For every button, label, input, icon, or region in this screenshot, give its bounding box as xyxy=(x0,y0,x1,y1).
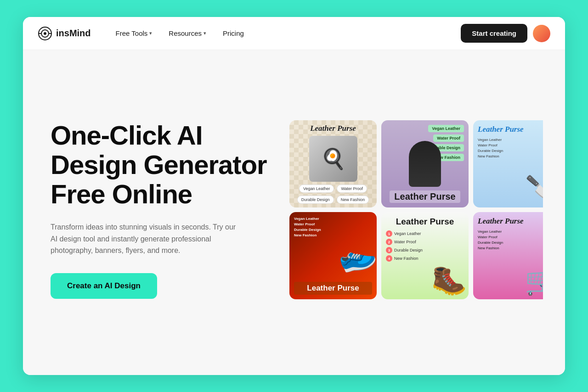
card-4-tag-2: Water Proof xyxy=(294,222,372,226)
list-num-3: 3 xyxy=(386,247,392,253)
shoe-image: 👟 xyxy=(332,232,377,279)
hero-title: One-Click AI Design Generator Free Onlin… xyxy=(51,121,271,208)
card-4-title: Leather Purse xyxy=(294,282,372,295)
product-card-1[interactable]: Leather Purse 🍳 Vegan Leather Water Proo… xyxy=(289,120,377,207)
logo-icon xyxy=(38,26,52,41)
product-card-3[interactable]: Leather Purse Vegan Leather Water Proof … xyxy=(473,120,543,207)
card-2-bottom: Leather Purse xyxy=(381,141,469,203)
card-3-tag-3: Durable Design xyxy=(478,149,543,153)
logo-area[interactable]: insMind xyxy=(38,26,91,41)
svg-point-2 xyxy=(44,32,46,35)
nav-pricing[interactable]: Pricing xyxy=(216,26,250,41)
card-6-tag-1: Vegan Leather xyxy=(478,230,543,234)
tag-durable: Durable Design xyxy=(297,196,334,204)
nav-resources-label: Resources xyxy=(169,29,202,37)
product-card-4[interactable]: Vegan Leather Water Proof Durable Design… xyxy=(289,212,377,299)
list-num-4: 4 xyxy=(386,255,392,262)
tag-vegan: Vegan Leather xyxy=(299,185,334,193)
card-1-tags: Vegan Leather Water Proof xyxy=(299,185,367,193)
card-6-tag-4: New Fashion xyxy=(478,246,543,250)
list-num-1: 1 xyxy=(386,230,392,237)
card-5-item-1: 1 Vegan Leather xyxy=(386,230,464,237)
main-content: One-Click AI Design Generator Free Onlin… xyxy=(23,50,565,375)
product-grid: Leather Purse 🍳 Vegan Leather Water Proo… xyxy=(289,120,543,299)
card-5-title: Leather Purse xyxy=(386,217,464,227)
list-num-2: 2 xyxy=(386,239,392,245)
card-6-tags: Vegan Leather Water Proof Durable Design… xyxy=(478,230,543,250)
card-6-tag-2: Water Proof xyxy=(478,235,543,239)
product-card-2[interactable]: Vegan Leather Water Proof Durable Design… xyxy=(381,120,469,207)
chevron-down-icon: ▾ xyxy=(204,30,206,36)
logo-text: insMind xyxy=(56,28,91,39)
card-4-tag-1: Vegan Leather xyxy=(294,217,372,221)
card-6-title: Leather Purse xyxy=(478,217,543,226)
nav-pricing-label: Pricing xyxy=(223,29,244,37)
card-5-item-4: 4 New Fashion xyxy=(386,255,464,262)
card-2-title: Leather Purse xyxy=(390,190,460,203)
chevron-down-icon: ▾ xyxy=(149,30,152,36)
card-3-tag-1: Vegan Leather xyxy=(478,138,543,142)
nav-right: Start creating xyxy=(461,24,550,43)
tag-fashion: New Fashion xyxy=(337,196,369,204)
card-3-tag-4: New Fashion xyxy=(478,154,543,158)
nav-resources[interactable]: Resources ▾ xyxy=(162,26,213,41)
avatar[interactable] xyxy=(533,25,550,42)
mixer-image: 🍳 xyxy=(309,136,357,182)
tag-green-1: Vegan Leather xyxy=(428,125,464,132)
card-6-tag-3: Durable Design xyxy=(478,241,543,245)
card-3-title: Leather Purse xyxy=(478,125,543,134)
knife-block-image: 🔪 xyxy=(525,174,543,204)
nav-links: Free Tools ▾ Resources ▾ Pricing xyxy=(109,26,461,41)
product-card-6[interactable]: Leather Purse Vegan Leather Water Proof … xyxy=(473,212,543,299)
hero-subtitle: Transform ideas into stunning visuals in… xyxy=(51,221,243,257)
stroller-image: 🛒 xyxy=(525,265,543,297)
woman-figure xyxy=(409,141,441,187)
card-1-title: Leather Purse xyxy=(310,124,356,133)
tag-waterproof: Water Proof xyxy=(337,185,367,193)
boots-image: 🥾 xyxy=(431,263,467,297)
card-5-item-2: 2 Water Proof xyxy=(386,239,464,245)
card-5-item-3: 3 Durable Design xyxy=(386,247,464,253)
navbar: insMind Free Tools ▾ Resources ▾ Pricing… xyxy=(23,17,565,50)
hero-left: One-Click AI Design Generator Free Onlin… xyxy=(51,121,271,299)
card-3-tags: Vegan Leather Water Proof Durable Design… xyxy=(478,138,543,158)
card-3-tag-2: Water Proof xyxy=(478,143,543,147)
card-4-tag-3: Durable Design xyxy=(294,228,372,232)
create-ai-design-button[interactable]: Create an AI Design xyxy=(51,273,157,299)
product-card-5[interactable]: Leather Purse 1 Vegan Leather 2 Water Pr… xyxy=(381,212,469,299)
card-1-tags-2: Durable Design New Fashion xyxy=(297,196,369,204)
browser-window: insMind Free Tools ▾ Resources ▾ Pricing… xyxy=(23,17,565,375)
nav-free-tools[interactable]: Free Tools ▾ xyxy=(109,26,159,41)
nav-free-tools-label: Free Tools xyxy=(116,29,148,37)
card-5-list: 1 Vegan Leather 2 Water Proof 3 Durable … xyxy=(386,230,464,262)
start-creating-button[interactable]: Start creating xyxy=(461,24,527,43)
